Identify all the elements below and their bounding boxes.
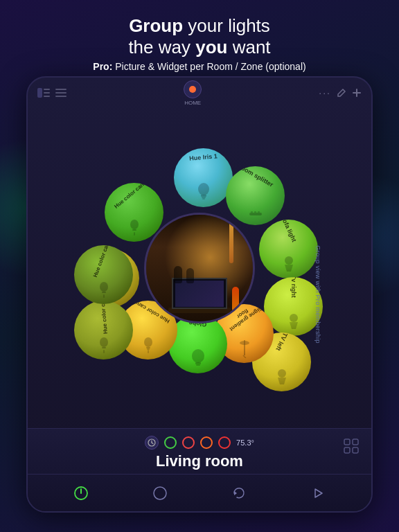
svg-point-39 bbox=[100, 282, 108, 292]
svg-rect-3 bbox=[44, 96, 50, 97]
svg-point-54 bbox=[154, 487, 166, 499]
svg-point-26 bbox=[192, 349, 204, 363]
svg-rect-40 bbox=[102, 292, 106, 293]
more-dots[interactable]: ··· bbox=[319, 87, 331, 98]
nav-power[interactable] bbox=[67, 479, 95, 507]
svg-marker-22 bbox=[278, 378, 286, 384]
wheel-item-label: Hue Iris 1 bbox=[177, 152, 230, 163]
header-subtitle: Pro: Picture & Widget per Room / Zone (o… bbox=[0, 61, 399, 72]
header-line2-bold: you bbox=[195, 37, 227, 57]
svg-rect-5 bbox=[55, 92, 66, 94]
group-icon[interactable] bbox=[344, 438, 359, 456]
svg-rect-27 bbox=[195, 362, 201, 364]
svg-rect-11 bbox=[202, 197, 206, 198]
header-title-bold: Group bbox=[129, 15, 183, 36]
status-row: 75.3° bbox=[145, 429, 254, 452]
svg-rect-41 bbox=[103, 294, 105, 298]
wheel-container: Hue Iris 1 Room splitter bbox=[71, 140, 328, 396]
wheel-item-label: Hue color candle 4 bbox=[91, 245, 115, 279]
header-subtitle-text: Picture & Widget per Room / Zone (option… bbox=[112, 61, 305, 72]
svg-rect-43 bbox=[132, 229, 136, 231]
spot2-icon bbox=[287, 312, 301, 330]
topbar-right: ··· bbox=[319, 87, 362, 98]
sidebar-icon[interactable] bbox=[37, 88, 50, 98]
tv-screen bbox=[175, 281, 224, 307]
wheel-item-candle4[interactable]: Hue color candle 4 bbox=[74, 245, 133, 304]
svg-rect-49 bbox=[353, 439, 358, 445]
power-dot bbox=[189, 86, 196, 93]
lava-lamp bbox=[232, 287, 239, 311]
svg-rect-50 bbox=[344, 447, 350, 453]
svg-rect-6 bbox=[55, 96, 66, 97]
wheel-item-hue-iris-1[interactable]: Hue Iris 1 bbox=[174, 148, 233, 207]
svg-rect-38 bbox=[103, 350, 105, 353]
svg-rect-14 bbox=[251, 211, 253, 213]
header-title: Group your lights the way you want bbox=[0, 15, 399, 58]
wheel-item-label: Hue color candle 3 bbox=[98, 301, 109, 335]
svg-line-25 bbox=[243, 355, 246, 358]
candle3-icon bbox=[98, 335, 109, 355]
svg-rect-37 bbox=[102, 347, 106, 348]
wheel-item-label: Hue color candle 5 bbox=[112, 183, 156, 211]
svg-rect-10 bbox=[201, 195, 206, 197]
svg-marker-20 bbox=[290, 322, 298, 329]
svg-rect-51 bbox=[353, 447, 358, 453]
wheel-item-candle3[interactable]: Hue color candle 3 bbox=[74, 301, 133, 360]
svg-line-47 bbox=[152, 443, 153, 444]
vertical-label: Group view with Pro membership bbox=[314, 245, 321, 344]
nav-play[interactable] bbox=[304, 479, 332, 507]
svg-rect-1 bbox=[44, 89, 50, 90]
wheel-item-label: Sofa light bbox=[274, 220, 303, 254]
center-circle bbox=[144, 213, 255, 323]
svg-rect-0 bbox=[37, 88, 42, 98]
header-subtitle-bold: Pro: bbox=[93, 61, 112, 72]
svg-point-24 bbox=[240, 341, 249, 345]
nav-home[interactable] bbox=[146, 479, 174, 507]
wheel-item-label: Room splitter bbox=[231, 166, 279, 191]
menu-icon[interactable] bbox=[55, 89, 66, 97]
power-icon-center[interactable] bbox=[184, 80, 202, 98]
bottom-bar: 75.3° Living room bbox=[28, 428, 371, 511]
header-section: Group your lights the way you want Pro: … bbox=[0, 0, 399, 79]
tablet-topbar: HOME ··· bbox=[28, 78, 371, 108]
add-icon[interactable] bbox=[352, 88, 362, 98]
svg-rect-16 bbox=[258, 211, 260, 213]
svg-rect-28 bbox=[196, 364, 200, 366]
svg-point-17 bbox=[285, 256, 293, 265]
svg-rect-48 bbox=[344, 439, 350, 445]
spot3-icon bbox=[275, 368, 289, 386]
temperature-label: 75.3° bbox=[236, 438, 254, 447]
svg-point-42 bbox=[130, 220, 139, 229]
svg-rect-44 bbox=[134, 232, 135, 236]
topbar-left bbox=[37, 88, 66, 98]
color-ring-2[interactable] bbox=[182, 436, 195, 449]
edit-icon[interactable] bbox=[337, 88, 346, 98]
svg-rect-32 bbox=[148, 350, 149, 353]
tablet-frame: HOME ··· bbox=[26, 76, 373, 513]
home-label: HOME bbox=[184, 100, 201, 106]
nav-scenes[interactable] bbox=[225, 479, 253, 507]
candle1-icon bbox=[143, 335, 154, 355]
svg-point-36 bbox=[100, 337, 108, 347]
globe-bulb-icon bbox=[190, 348, 206, 368]
header-line2-prefix: the way bbox=[128, 37, 195, 57]
svg-marker-18 bbox=[285, 265, 293, 272]
header-line2-suffix: want bbox=[227, 37, 270, 57]
color-ring-3[interactable] bbox=[200, 436, 213, 449]
svg-point-29 bbox=[144, 337, 152, 347]
bulb-icon bbox=[196, 182, 211, 202]
color-ring-4[interactable] bbox=[218, 436, 231, 449]
svg-point-21 bbox=[278, 369, 286, 378]
room-name: Living room bbox=[156, 452, 243, 470]
room-image bbox=[146, 215, 253, 321]
floor-lamp-icon bbox=[238, 340, 251, 358]
svg-point-9 bbox=[198, 183, 209, 195]
clock-icon bbox=[145, 436, 159, 450]
wheel-item-sofa-light[interactable]: Sofa light bbox=[259, 220, 318, 278]
color-ring-1[interactable] bbox=[164, 436, 177, 449]
svg-point-19 bbox=[290, 314, 298, 322]
topbar-center: HOME bbox=[184, 80, 202, 106]
header-title-suffix: your lights bbox=[183, 15, 270, 36]
svg-rect-4 bbox=[55, 89, 66, 90]
svg-rect-15 bbox=[254, 211, 256, 213]
